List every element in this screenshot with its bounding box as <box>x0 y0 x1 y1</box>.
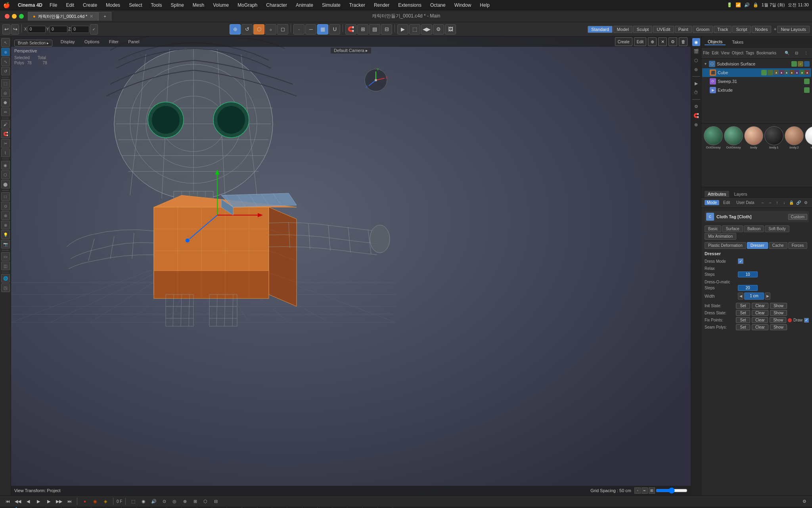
cloth-tab-basic[interactable]: Basic <box>705 225 721 232</box>
menu-tools[interactable]: Tools <box>149 2 163 9</box>
vp-btn-3[interactable]: ⚙ <box>668 37 677 46</box>
obj-item-extrude[interactable]: ▶ ▶ Extrude <box>702 86 811 94</box>
dress-mode-checkbox[interactable] <box>738 258 743 264</box>
menu-mesh[interactable]: Mesh <box>191 2 206 9</box>
tb-uvw[interactable]: U <box>329 24 340 35</box>
obj-cube-tag-tri-6[interactable]: ▲ <box>800 70 804 75</box>
obj-cube-tag-tri-4[interactable]: ▲ <box>789 70 794 75</box>
obj-search-icon[interactable]: 🔍 <box>783 49 791 57</box>
menu-select[interactable]: Select <box>127 2 144 9</box>
obj-item-subdivision[interactable]: ▼ ⬡ Subdivision Surface ✓ <box>702 60 811 68</box>
tb-grid[interactable]: ⊟ <box>381 24 392 35</box>
attr-back-btn[interactable]: ← <box>760 200 766 206</box>
tool-magnet[interactable]: 🧲 <box>1 129 10 138</box>
workspace-track[interactable]: Track <box>714 26 732 33</box>
tool-extrude[interactable]: ◉ <box>1 161 10 169</box>
tb-coord-apply[interactable]: ✓ <box>90 24 98 35</box>
cloth-tab-balloon[interactable]: Balloon <box>744 225 764 232</box>
menu-help[interactable]: Help <box>478 2 491 9</box>
menu-character[interactable]: Character <box>264 2 289 9</box>
obj-tb-file[interactable]: File <box>703 51 709 55</box>
obj-item-cube[interactable]: ▶ ⬛ Cube ▲ ▲ ▲ ▲ ▲ ▲ <box>702 68 811 77</box>
attr-userdata-tab[interactable]: User Data <box>734 200 756 205</box>
viewport-display[interactable]: Display <box>58 39 77 44</box>
tl-mode-6[interactable]: ⊗ <box>180 497 189 505</box>
attr-up-btn[interactable]: ↑ <box>774 200 780 206</box>
ri-timeline[interactable]: ⏱ <box>692 89 700 96</box>
tb-polygons[interactable]: ▦ <box>317 24 328 35</box>
vp-btn-2[interactable]: ✕ <box>658 37 667 46</box>
obj-cube-vis[interactable] <box>761 70 767 75</box>
cloth-subtab-dresser[interactable]: Dresser <box>747 242 768 249</box>
vp-layout-split[interactable]: ▪▫ <box>642 487 648 494</box>
tool-select-rect[interactable]: ⬚ <box>1 79 10 88</box>
tb-render-active[interactable]: ▶ <box>397 24 408 35</box>
ri-render[interactable]: ▶ <box>692 79 700 87</box>
draw-checkbox[interactable] <box>804 318 809 323</box>
tb-render-settings[interactable]: ⚙ <box>433 24 444 35</box>
attr-settings-btn[interactable]: ⚙ <box>802 200 809 206</box>
menu-spline[interactable]: Spline <box>169 2 186 9</box>
width-arrow-right[interactable]: ▶ <box>765 292 770 300</box>
menu-window[interactable]: Window <box>453 2 473 9</box>
new-layouts-btn[interactable]: New Layouts <box>777 26 810 33</box>
tool-brush[interactable]: 🖌 <box>1 120 10 129</box>
obj-tb-view[interactable]: View <box>721 51 730 55</box>
workspace-standard[interactable]: Standard <box>588 26 613 33</box>
menu-extensions[interactable]: Extensions <box>396 2 423 9</box>
obj-cube-tag-1[interactable] <box>768 70 773 75</box>
tb-move[interactable]: ⊕ <box>230 24 241 35</box>
tool-scale[interactable]: ⤡ <box>1 57 10 66</box>
obj-cube-tag-cloth[interactable]: ▲ <box>784 70 789 75</box>
brush-selection-badge[interactable]: Brush Selection ▸ <box>14 40 52 46</box>
seam-polys-show[interactable]: Show <box>770 324 787 330</box>
tool-bridge[interactable]: ⌇ <box>1 148 10 157</box>
mat-octglossy-1[interactable]: OctGlossy <box>704 126 723 149</box>
attr-fwd-btn[interactable]: → <box>767 200 773 206</box>
attr-chain-btn[interactable]: 🔗 <box>795 200 802 206</box>
tb-workplane[interactable]: ▤ <box>369 24 380 35</box>
init-state-set[interactable]: Set <box>736 303 750 309</box>
obj-item-sweep[interactable]: ▶ ⟳ Sweep.31 <box>702 77 811 86</box>
workspace-model[interactable]: Model <box>613 26 632 33</box>
tl-play[interactable]: ▶ <box>34 497 43 505</box>
tb-edges[interactable]: ─ <box>305 24 316 35</box>
workspace-add[interactable]: + <box>774 27 776 32</box>
tl-record-auto[interactable]: ◉ <box>91 497 100 505</box>
ri-objects[interactable]: ◉ <box>692 38 700 46</box>
menu-animate[interactable]: Animate <box>294 2 315 9</box>
apple-menu[interactable]: 🍎 <box>3 2 10 8</box>
relax-steps-value[interactable]: 10 <box>738 271 758 277</box>
tl-next-frame[interactable]: ▶ <box>44 497 53 505</box>
tl-to-end[interactable]: ⏭ <box>65 497 74 505</box>
coord-y-input[interactable] <box>50 26 67 33</box>
obj-cube-tag-tri-2[interactable]: ▲ <box>779 70 784 75</box>
attr-mode-tab[interactable]: Mode <box>705 200 719 205</box>
coord-z-input[interactable] <box>71 26 89 33</box>
obj-tag-1[interactable]: ✓ <box>798 61 803 67</box>
workspace-groom[interactable]: Groom <box>693 26 713 33</box>
cloth-tab-mixanim[interactable]: Mix Animation <box>705 233 736 240</box>
tl-mode-4[interactable]: ⊙ <box>160 497 169 505</box>
tl-next-key[interactable]: ▶▶ <box>55 497 63 505</box>
mat-body1[interactable]: body.1 <box>764 126 783 149</box>
tool-floor[interactable]: ▭ <box>1 252 10 261</box>
dress-state-show[interactable]: Show <box>770 310 787 316</box>
dress-steps-value[interactable]: 20 <box>738 285 758 291</box>
tl-mode-2[interactable]: ◉ <box>139 497 148 505</box>
tool-world[interactable]: 🌐 <box>1 274 10 283</box>
tool-select-free[interactable]: ✏ <box>1 108 10 116</box>
tool-select-live[interactable]: ◎ <box>1 89 10 97</box>
tab-add[interactable]: + <box>98 12 111 21</box>
cloth-subtab-forces[interactable]: Forces <box>788 242 808 249</box>
menu-file[interactable]: File <box>48 2 59 9</box>
tb-snap[interactable]: 🧲 <box>345 24 356 35</box>
tree-arrow-subdivision[interactable]: ▼ <box>704 62 707 66</box>
file-tab-active[interactable]: ● 캐릭터만들기_0001.c4d * ✕ <box>28 12 98 21</box>
mat-octglossy-2[interactable]: OctGlossy <box>724 126 743 149</box>
obj-filter-icon[interactable]: ⊟ <box>792 49 801 57</box>
dress-state-clear[interactable]: Clear <box>752 310 768 316</box>
tool-arrow[interactable]: ↖ <box>1 38 10 47</box>
tb-render-region[interactable]: ⬚ <box>409 24 420 35</box>
viewport-filter[interactable]: Filter <box>107 39 121 44</box>
